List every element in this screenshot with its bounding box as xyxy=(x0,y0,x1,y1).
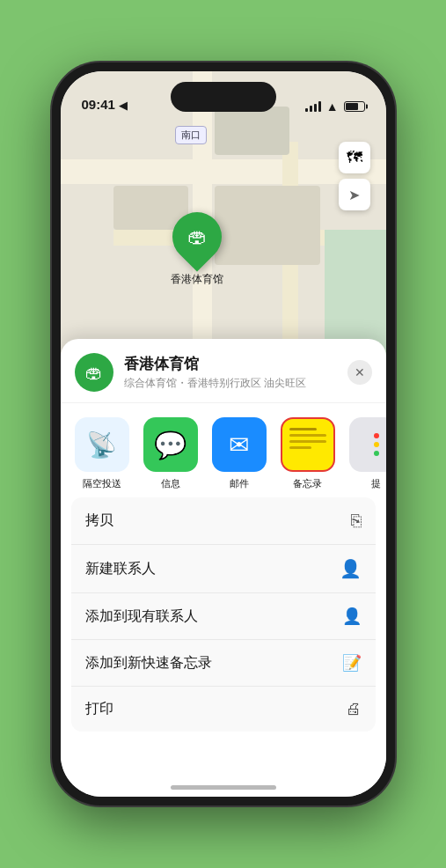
airdrop-icon: 📡 xyxy=(86,430,117,460)
notes-line-4 xyxy=(289,446,311,449)
share-item-airdrop[interactable]: 📡 隔空投送 xyxy=(71,417,133,490)
copy-icon: ⎘ xyxy=(351,511,362,531)
battery-fill xyxy=(346,103,358,110)
close-button[interactable]: ✕ xyxy=(347,360,372,385)
notes-line-2 xyxy=(289,434,326,437)
status-icons: ▲ xyxy=(305,99,365,114)
phone-screen: 09:41 ◀ ▲ xyxy=(61,71,386,797)
dynamic-island xyxy=(171,82,276,112)
signal-bar-1 xyxy=(305,108,308,112)
action-add-existing[interactable]: 添加到现有联系人 👤 xyxy=(71,593,376,640)
signal-bar-2 xyxy=(310,106,312,112)
status-time: 09:41 xyxy=(82,97,115,114)
action-copy-label: 拷贝 xyxy=(85,511,113,530)
signal-bar-4 xyxy=(318,101,321,112)
wifi-icon: ▲ xyxy=(326,99,339,114)
map-entrance-label: 南口 xyxy=(175,126,207,144)
share-row: 📡 隔空投送 💬 信息 ✉ 邮件 xyxy=(61,403,386,497)
messages-icon: 💬 xyxy=(154,430,186,460)
notes-line-1 xyxy=(289,428,318,430)
signal-bars-icon xyxy=(305,101,321,112)
location-arrow-icon: ◀ xyxy=(119,99,128,112)
location-icon: ➤ xyxy=(348,187,360,203)
action-quick-note-label: 添加到新快速备忘录 xyxy=(85,654,212,673)
map-road-h xyxy=(61,159,386,184)
more-dot-green xyxy=(374,451,379,456)
new-contact-icon: 👤 xyxy=(340,558,362,579)
action-print-label: 打印 xyxy=(85,700,113,718)
map-layers-button[interactable]: 🗺 xyxy=(339,142,370,173)
more-icon-wrap xyxy=(349,417,386,472)
mail-icon-wrap: ✉ xyxy=(212,417,267,472)
action-new-contact[interactable]: 新建联系人 👤 xyxy=(71,545,376,593)
action-quick-note[interactable]: 添加到新快速备忘录 📝 xyxy=(71,640,376,687)
more-dots-group xyxy=(374,433,379,456)
quick-note-icon: 📝 xyxy=(342,653,362,673)
map-pin-label: 香港体育馆 xyxy=(171,272,223,287)
home-indicator xyxy=(171,785,276,790)
map-block-1 xyxy=(215,186,320,265)
messages-icon-wrap: 💬 xyxy=(143,417,198,472)
share-item-mail[interactable]: ✉ 邮件 xyxy=(208,417,270,490)
venue-pin-icon: 🏟 xyxy=(187,225,207,248)
notes-label: 备忘录 xyxy=(293,477,322,490)
map-location-button[interactable]: ➤ xyxy=(339,179,370,210)
add-existing-icon: 👤 xyxy=(342,607,362,626)
layers-icon: 🗺 xyxy=(347,149,362,167)
venue-subtitle: 综合体育馆・香港特别行政区 油尖旺区 xyxy=(124,376,337,391)
share-item-notes[interactable]: 备忘录 xyxy=(277,417,339,490)
venue-avatar: 🏟 xyxy=(75,353,113,392)
more-dot-red xyxy=(374,433,379,438)
notes-lines xyxy=(282,428,333,449)
messages-label: 信息 xyxy=(161,477,180,490)
airdrop-label: 隔空投送 xyxy=(83,477,121,490)
more-label: 提 xyxy=(371,477,381,490)
print-icon: 🖨 xyxy=(346,700,362,718)
mail-icon: ✉ xyxy=(229,430,249,460)
venue-name: 香港体育馆 xyxy=(124,354,337,374)
action-new-contact-label: 新建联系人 xyxy=(85,560,156,578)
signal-bar-3 xyxy=(314,104,317,112)
sheet-header: 🏟 香港体育馆 综合体育馆・香港特别行政区 油尖旺区 ✕ xyxy=(61,339,386,403)
action-add-existing-label: 添加到现有联系人 xyxy=(85,607,198,626)
action-list: 拷贝 ⎘ 新建联系人 👤 添加到现有联系人 👤 添加到新快速备忘录 📝 打印 xyxy=(71,497,376,732)
map-pin[interactable]: 🏟 香港体育馆 xyxy=(171,212,223,287)
venue-info: 香港体育馆 综合体育馆・香港特别行政区 油尖旺区 xyxy=(124,354,337,391)
map-pin-marker: 🏟 xyxy=(162,202,231,271)
airdrop-icon-wrap: 📡 xyxy=(75,417,129,472)
action-print[interactable]: 打印 🖨 xyxy=(71,687,376,732)
share-item-more[interactable]: 提 xyxy=(346,417,386,490)
action-copy[interactable]: 拷贝 ⎘ xyxy=(71,497,376,545)
more-dot-yellow xyxy=(374,442,379,447)
battery-icon xyxy=(344,101,365,112)
share-item-messages[interactable]: 💬 信息 xyxy=(140,417,201,490)
bottom-sheet: 🏟 香港体育馆 综合体育馆・香港特别行政区 油尖旺区 ✕ 📡 隔空投送 xyxy=(61,339,386,797)
phone-frame: 09:41 ◀ ▲ xyxy=(52,63,395,805)
mail-label: 邮件 xyxy=(230,477,249,490)
notes-icon-wrap xyxy=(281,417,335,472)
notes-line-3 xyxy=(289,440,326,443)
